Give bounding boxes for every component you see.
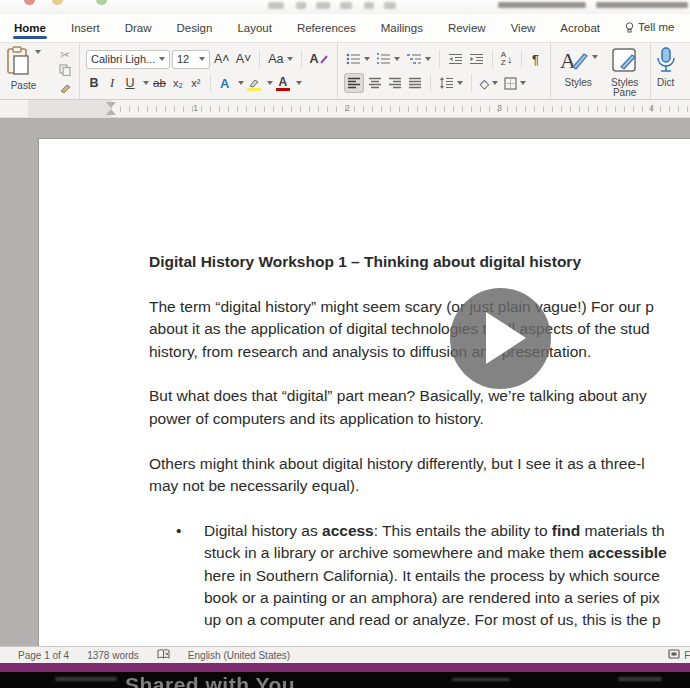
numbering-button[interactable] <box>374 49 402 69</box>
tab-home[interactable]: Home <box>13 16 47 40</box>
font-name-value: Calibri Ligh... <box>91 53 155 65</box>
document-page[interactable]: Digital History Workshop 1 – Thinking ab… <box>38 138 690 646</box>
font-color-button[interactable]: A <box>275 73 291 93</box>
page-indicator[interactable]: Page 1 of 4 <box>18 650 69 661</box>
highlight-dropdown-arrow[interactable] <box>267 81 273 85</box>
text-effects-button[interactable]: A <box>217 73 233 93</box>
styles-pane-button[interactable]: Styles Pane <box>608 47 642 95</box>
video-play-button[interactable] <box>450 288 551 389</box>
hanging-indent-marker[interactable] <box>106 109 116 115</box>
ruler-margin-block <box>28 100 112 118</box>
language-indicator[interactable]: English (United States) <box>188 650 290 661</box>
tab-references[interactable]: References <box>296 16 357 40</box>
font-size-combo[interactable]: 12 <box>172 50 210 69</box>
shading-button[interactable]: ◇ <box>478 73 501 93</box>
tab-layout[interactable]: Layout <box>236 16 273 40</box>
line-spacing-button[interactable] <box>437 73 465 93</box>
doc-line: here in Southern California). It entails… <box>149 565 690 587</box>
copy-icon[interactable] <box>59 62 71 80</box>
ruler-number: 3 <box>497 103 502 113</box>
doc-line: about it as the application of digital t… <box>149 318 690 340</box>
justify-button[interactable] <box>406 73 424 93</box>
cut-icon[interactable]: ✂ <box>57 48 73 62</box>
word-window: Home Insert Draw Design Layout Reference… <box>0 0 690 688</box>
align-left-button[interactable] <box>344 73 364 93</box>
grow-font-button[interactable]: A˄ <box>212 49 232 69</box>
doc-line: Others might think about digital history… <box>149 453 690 475</box>
focus-mode-label[interactable]: Fo <box>684 650 690 661</box>
document-workspace: Digital History Workshop 1 – Thinking ab… <box>0 118 690 646</box>
play-icon <box>486 312 526 364</box>
dictate-group: Dict <box>651 43 681 99</box>
horizontal-ruler[interactable]: 1 2 3 4 <box>0 100 690 118</box>
document-body[interactable]: Digital History Workshop 1 – Thinking ab… <box>39 139 690 646</box>
tab-design[interactable]: Design <box>176 16 214 40</box>
underline-dropdown-arrow[interactable] <box>143 81 149 85</box>
first-line-indent-marker[interactable] <box>106 102 116 108</box>
italic-button[interactable]: I <box>104 73 120 93</box>
focus-mode-icon[interactable] <box>668 649 680 661</box>
ribbon-tab-bar: Home Insert Draw Design Layout Reference… <box>0 14 690 42</box>
align-center-button[interactable] <box>366 73 384 93</box>
align-right-button[interactable] <box>386 73 404 93</box>
shrink-font-button[interactable]: A˅ <box>234 49 254 69</box>
bullets-button[interactable] <box>344 49 372 69</box>
doc-line: power of computers and its application t… <box>149 408 690 430</box>
dictate-button[interactable]: Dict <box>655 47 677 95</box>
purple-divider-bar <box>0 663 690 672</box>
sort-button[interactable]: AZ ↓ <box>499 49 515 69</box>
close-window-icon[interactable] <box>24 0 35 5</box>
strikethrough-button[interactable]: ab <box>151 73 168 93</box>
font-size-value: 12 <box>177 53 189 65</box>
doc-line: history, from research and analysis to d… <box>149 341 690 363</box>
bullet-glyph: • <box>176 520 181 542</box>
doc-line: The term “digital history” might seem sc… <box>149 296 690 318</box>
styles-label: Styles <box>564 78 591 88</box>
font-name-combo[interactable]: Calibri Ligh... <box>86 50 170 69</box>
ribbon-toolbar: Paste ✂ Calibri Ligh... <box>0 42 690 100</box>
underline-button[interactable]: U <box>122 73 138 93</box>
styles-button[interactable]: A Styles <box>559 47 598 95</box>
highlight-color-bar <box>247 88 261 92</box>
multilevel-list-button[interactable] <box>404 49 433 69</box>
doc-line: may not be necessarily equal). <box>149 475 690 497</box>
ruler-ticks <box>112 106 690 112</box>
font-color-dropdown-arrow[interactable] <box>296 81 302 85</box>
tab-view[interactable]: View <box>510 16 537 40</box>
format-painter-icon[interactable] <box>59 80 72 98</box>
change-case-button[interactable]: Aa <box>266 49 294 69</box>
ruler-number: 4 <box>649 103 654 113</box>
proofing-status-icon[interactable] <box>157 649 170 662</box>
doc-paragraph-3: Others might think about digital history… <box>149 453 690 498</box>
highlight-button[interactable] <box>246 73 262 93</box>
bold-button[interactable]: B <box>86 73 102 93</box>
styles-icon: A <box>559 47 589 77</box>
zoom-window-icon[interactable] <box>96 0 107 5</box>
doc-line: stuck in a library or archive somewhere … <box>149 542 690 564</box>
status-bar: Page 1 of 4 1378 words English (United S… <box>0 646 690 663</box>
paste-clipboard-icon <box>6 46 32 80</box>
paste-button[interactable]: Paste <box>6 46 41 96</box>
borders-button[interactable] <box>502 73 528 93</box>
text-effects-dropdown-arrow[interactable] <box>238 81 244 85</box>
superscript-button[interactable]: x² <box>188 73 204 93</box>
dictate-label: Dict <box>657 78 674 88</box>
tab-mailings[interactable]: Mailings <box>380 16 424 40</box>
subscript-button[interactable]: x₂ <box>170 73 186 93</box>
doc-bullet-item: • Digital history as access: This entail… <box>149 520 690 632</box>
show-hide-pilcrow-button[interactable]: ¶ <box>528 49 544 69</box>
font-group: Calibri Ligh... 12 A˄ A˅ Aa A <box>80 43 338 99</box>
tab-tell-me[interactable]: Tell me <box>624 15 675 41</box>
doc-line: book or a painting or an amphora) are re… <box>149 587 690 609</box>
decrease-indent-button[interactable] <box>446 49 465 69</box>
tab-draw[interactable]: Draw <box>124 16 153 40</box>
minimize-window-icon[interactable] <box>52 0 63 5</box>
tab-review[interactable]: Review <box>447 16 487 40</box>
word-count[interactable]: 1378 words <box>87 650 139 661</box>
ruler-number: 2 <box>345 103 350 113</box>
clear-formatting-button[interactable]: A <box>308 49 331 69</box>
paste-dropdown-arrow[interactable] <box>35 50 41 54</box>
increase-indent-button[interactable] <box>467 49 486 69</box>
tab-acrobat[interactable]: Acrobat <box>559 16 601 40</box>
tab-insert[interactable]: Insert <box>70 16 101 40</box>
